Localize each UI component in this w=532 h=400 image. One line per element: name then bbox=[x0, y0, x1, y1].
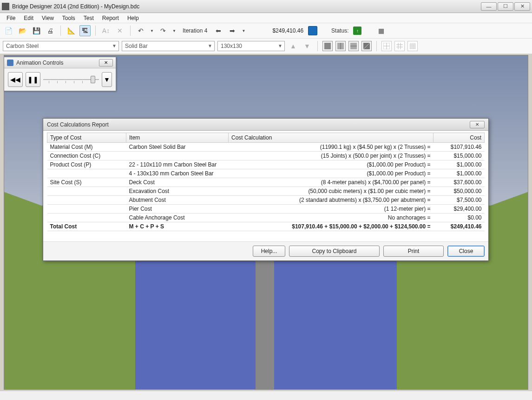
prev-iteration-icon[interactable]: ⬅ bbox=[213, 25, 224, 36]
section-dropdown[interactable]: Solid Bar▼ bbox=[122, 41, 215, 51]
select-all-icon[interactable]: A↕ bbox=[100, 25, 112, 36]
cost-table: Type of Cost Item Cost Calculation Cost … bbox=[47, 133, 485, 238]
grid-coarse-icon[interactable] bbox=[381, 41, 392, 51]
menu-view[interactable]: View bbox=[38, 14, 58, 22]
col-item[interactable]: Item bbox=[126, 133, 229, 143]
cell-type: Product Cost (P) bbox=[47, 160, 126, 169]
report-icon[interactable]: ▦ bbox=[375, 25, 387, 36]
delete-icon[interactable]: ✕ bbox=[114, 25, 125, 36]
load-test-icon[interactable]: 🏗 bbox=[79, 25, 91, 36]
close-button[interactable]: ✕ bbox=[514, 2, 530, 11]
drawing-board-icon[interactable]: 📐 bbox=[66, 25, 77, 36]
cell-cost: $107,910.46 bbox=[433, 143, 485, 152]
menu-tools[interactable]: Tools bbox=[59, 14, 79, 22]
cell-item: 22 - 110x110 mm Carbon Steel Bar bbox=[126, 160, 229, 169]
separator bbox=[317, 41, 318, 51]
cell-item: 4 - 130x130 mm Carbon Steel Bar bbox=[126, 169, 229, 178]
status-label: Status: bbox=[329, 27, 350, 34]
decrease-size-icon[interactable]: ▼ bbox=[302, 40, 313, 52]
save-icon[interactable]: 💾 bbox=[31, 25, 42, 36]
table-row: Material Cost (M) Carbon Steel Solid Bar… bbox=[47, 143, 485, 152]
dialog-close-button[interactable]: ✕ bbox=[470, 121, 485, 128]
print-icon[interactable]: 🖨 bbox=[45, 25, 56, 36]
undo-dropdown-icon[interactable]: ▼ bbox=[149, 25, 155, 36]
cell-item: Excavation Cost bbox=[126, 187, 229, 196]
total-row: Total Cost M + C + P + S $107,910.46 + $… bbox=[47, 222, 485, 231]
app-icon bbox=[2, 3, 9, 10]
cell-type bbox=[47, 187, 126, 196]
view-mode-3-icon[interactable] bbox=[348, 41, 359, 51]
cell-item: Cable Anchorage Cost bbox=[126, 213, 229, 222]
separator bbox=[376, 41, 377, 51]
cell-cost: $1,000.00 bbox=[433, 169, 485, 178]
size-dropdown[interactable]: 130x130▼ bbox=[217, 41, 285, 51]
cell-cost: $0.00 bbox=[433, 213, 485, 222]
menu-help[interactable]: Help bbox=[124, 14, 143, 22]
speed-slider[interactable] bbox=[43, 75, 99, 84]
member-toolbar: Carbon Steel▼ Solid Bar▼ 130x130▼ ▲ ▼ bbox=[0, 39, 532, 54]
animation-icon bbox=[7, 60, 13, 66]
increase-size-icon[interactable]: ▲ bbox=[288, 40, 299, 52]
view-mode-4-icon[interactable] bbox=[361, 41, 372, 51]
menu-edit[interactable]: Edit bbox=[20, 14, 37, 22]
cell-type bbox=[47, 205, 126, 213]
cell-item: Deck Cost bbox=[126, 178, 229, 187]
cell-calc: ($1,000.00 per Product) = bbox=[229, 160, 433, 169]
grid-fine-icon[interactable] bbox=[407, 41, 418, 51]
cell-type bbox=[47, 213, 126, 222]
animation-controls-panel[interactable]: Animation Controls ✕ ◀◀ ❚❚ ▼ bbox=[4, 57, 116, 91]
cell-calc: ($1,000.00 per Product) = bbox=[229, 169, 433, 178]
cell-cost: $37,600.00 bbox=[433, 178, 485, 187]
copy-button[interactable]: Copy to Clipboard bbox=[289, 246, 380, 257]
help-button[interactable]: Help... bbox=[253, 246, 285, 257]
view-mode-2-icon[interactable] bbox=[335, 41, 346, 51]
cell-calc: (2 standard abutments) x ($3,750.00 per … bbox=[229, 196, 433, 205]
speed-dropdown-button[interactable]: ▼ bbox=[102, 72, 112, 87]
next-iteration-icon[interactable]: ➡ bbox=[227, 25, 238, 36]
rewind-button[interactable]: ◀◀ bbox=[8, 72, 23, 87]
panel-header[interactable]: Animation Controls ✕ bbox=[4, 57, 116, 68]
col-type[interactable]: Type of Cost bbox=[47, 133, 126, 143]
col-calc[interactable]: Cost Calculation bbox=[229, 133, 433, 143]
dialog-header[interactable]: Cost Calculations Report ✕ bbox=[43, 119, 488, 131]
iteration-dropdown-icon[interactable]: ▼ bbox=[241, 25, 246, 36]
undo-icon[interactable]: ↶ bbox=[135, 25, 146, 36]
separator bbox=[95, 26, 96, 36]
chevron-down-icon: ▼ bbox=[278, 43, 282, 48]
cell-item: Carbon Steel Solid Bar bbox=[126, 143, 229, 152]
cell-calc: (8 4-meter panels) x ($4,700.00 per pane… bbox=[229, 178, 433, 187]
table-row: Abutment Cost (2 standard abutments) x (… bbox=[47, 196, 485, 205]
slider-thumb[interactable] bbox=[91, 76, 95, 83]
new-icon[interactable]: 📄 bbox=[3, 25, 14, 36]
pause-button[interactable]: ❚❚ bbox=[26, 72, 40, 87]
table-row: Excavation Cost (50,000 cubic meters) x … bbox=[47, 187, 485, 196]
print-button[interactable]: Print bbox=[383, 246, 444, 257]
cell-type bbox=[47, 196, 126, 205]
menu-test[interactable]: Test bbox=[80, 14, 98, 22]
material-dropdown[interactable]: Carbon Steel▼ bbox=[3, 41, 119, 51]
calculator-icon[interactable] bbox=[308, 26, 317, 35]
status-bar bbox=[0, 391, 532, 400]
grid-medium-icon[interactable] bbox=[394, 41, 405, 51]
redo-icon[interactable]: ↷ bbox=[158, 25, 169, 36]
window-title: Bridge Designer 2014 (2nd Edition) - MyD… bbox=[12, 3, 481, 10]
menu-file[interactable]: File bbox=[3, 14, 19, 22]
menu-report[interactable]: Report bbox=[99, 14, 123, 22]
col-cost[interactable]: Cost bbox=[433, 133, 485, 143]
maximize-button[interactable]: ☐ bbox=[498, 2, 513, 11]
minimize-button[interactable]: — bbox=[481, 2, 497, 11]
chevron-down-icon: ▼ bbox=[112, 43, 117, 48]
cost-report-dialog: Cost Calculations Report ✕ Type of Cost … bbox=[43, 118, 489, 261]
separator bbox=[60, 26, 61, 36]
table-row: Pier Cost (1 12-meter pier) = $29,400.00 bbox=[47, 205, 485, 213]
redo-dropdown-icon[interactable]: ▼ bbox=[171, 25, 177, 36]
close-button[interactable]: Close bbox=[447, 246, 485, 257]
menu-bar: File Edit View Tools Test Report Help bbox=[0, 13, 532, 23]
table-row: Site Cost (S) Deck Cost (8 4-meter panel… bbox=[47, 178, 485, 187]
panel-close-button[interactable]: ✕ bbox=[99, 59, 113, 67]
view-mode-1-icon[interactable] bbox=[322, 41, 333, 51]
panel-title: Animation Controls bbox=[16, 60, 99, 66]
cell-type: Site Cost (S) bbox=[47, 178, 126, 187]
main-toolbar: 📄 📂 💾 🖨 📐 🏗 A↕ ✕ ↶ ▼ ↷ ▼ Iteration 4 ⬅ ➡… bbox=[0, 23, 532, 39]
open-icon[interactable]: 📂 bbox=[17, 25, 28, 36]
